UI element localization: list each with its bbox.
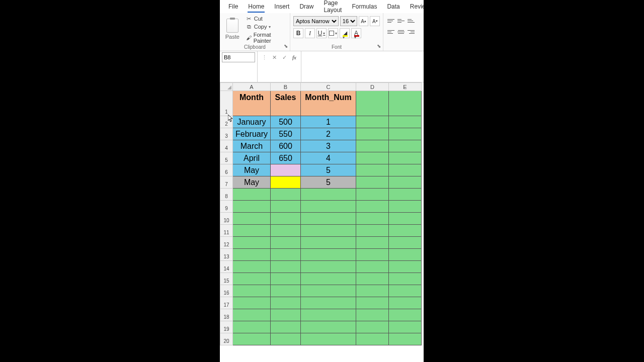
cell-E16[interactable] (389, 285, 422, 297)
cell-E2[interactable] (389, 116, 422, 128)
cell-D9[interactable] (356, 201, 389, 213)
cell-A4[interactable]: March (233, 140, 271, 152)
cell-D15[interactable] (356, 273, 389, 285)
cell-C11[interactable] (301, 225, 356, 237)
cell-A13[interactable] (233, 249, 271, 261)
column-header-A[interactable]: A (233, 83, 271, 91)
row-header-18[interactable]: 18 (220, 309, 233, 321)
cell-A9[interactable] (233, 201, 271, 213)
tab-home[interactable]: Home (244, 1, 269, 12)
tab-insert[interactable]: Insert (270, 1, 294, 12)
name-box[interactable] (222, 52, 255, 62)
clipboard-dialog-launcher[interactable]: ⬊ (283, 44, 289, 50)
cell-D14[interactable] (356, 261, 389, 273)
cell-B4[interactable]: 600 (271, 140, 301, 152)
cell-A14[interactable] (233, 261, 271, 273)
row-header-1[interactable]: 1 (220, 91, 233, 116)
cell-E7[interactable] (389, 176, 422, 189)
cell-D12[interactable] (356, 237, 389, 249)
cell-D3[interactable] (356, 128, 389, 140)
cell-E6[interactable] (389, 164, 422, 176)
align-right-button[interactable] (407, 27, 416, 36)
cut-button[interactable]: ✂ Cut (245, 15, 287, 22)
cell-B10[interactable] (271, 213, 301, 225)
cell-E14[interactable] (389, 261, 422, 273)
cell-C1[interactable]: Month_Num (301, 91, 356, 116)
formula-input[interactable] (301, 51, 424, 82)
row-header-6[interactable]: 6 (220, 164, 233, 176)
formula-options-icon[interactable]: ⋮ (260, 53, 269, 62)
bold-button[interactable]: B (293, 28, 303, 38)
font-color-button[interactable]: A (351, 28, 361, 38)
cell-A12[interactable] (233, 237, 271, 249)
row-header-10[interactable]: 10 (220, 213, 233, 225)
cell-B16[interactable] (271, 285, 301, 297)
cell-B5[interactable]: 650 (271, 152, 301, 164)
row-header-13[interactable]: 13 (220, 249, 233, 261)
cell-C15[interactable] (301, 273, 356, 285)
cell-C18[interactable] (301, 309, 356, 321)
row-header-7[interactable]: 7 (220, 176, 233, 189)
cell-A7[interactable]: May (233, 176, 271, 189)
cell-C19[interactable] (301, 321, 356, 333)
tab-file[interactable]: File (224, 1, 243, 12)
cell-C17[interactable] (301, 297, 356, 309)
cell-C12[interactable] (301, 237, 356, 249)
cell-B6[interactable] (271, 164, 301, 176)
format-painter-button[interactable]: 🖌 Format Painter (245, 31, 287, 44)
confirm-formula-button[interactable]: ✓ (280, 53, 289, 62)
cell-E9[interactable] (389, 201, 422, 213)
cell-D5[interactable] (356, 152, 389, 164)
cell-B9[interactable] (271, 201, 301, 213)
cell-E8[interactable] (389, 189, 422, 201)
cell-E4[interactable] (389, 140, 422, 152)
cell-B11[interactable] (271, 225, 301, 237)
align-left-button[interactable] (386, 27, 395, 36)
cell-B17[interactable] (271, 297, 301, 309)
tab-data[interactable]: Data (382, 1, 404, 12)
row-header-16[interactable]: 16 (220, 285, 233, 297)
fx-button[interactable]: fx (290, 53, 299, 62)
row-header-20[interactable]: 20 (220, 333, 233, 345)
tab-review[interactable]: Review (406, 1, 424, 12)
cell-A16[interactable] (233, 285, 271, 297)
cell-A6[interactable]: May (233, 164, 271, 176)
cell-E11[interactable] (389, 225, 422, 237)
cell-C9[interactable] (301, 201, 356, 213)
cancel-formula-button[interactable]: ✕ (270, 53, 279, 62)
cell-B12[interactable] (271, 237, 301, 249)
cell-E18[interactable] (389, 309, 422, 321)
cell-A20[interactable] (233, 333, 271, 345)
cell-C20[interactable] (301, 333, 356, 345)
row-header-9[interactable]: 9 (220, 201, 233, 213)
cell-E20[interactable] (389, 333, 422, 345)
cell-E10[interactable] (389, 213, 422, 225)
cell-B19[interactable] (271, 321, 301, 333)
cell-D11[interactable] (356, 225, 389, 237)
cell-D17[interactable] (356, 297, 389, 309)
row-header-2[interactable]: 2 (220, 116, 233, 128)
row-header-5[interactable]: 5 (220, 152, 233, 164)
cell-C6[interactable]: 5 (301, 164, 356, 176)
cell-A3[interactable]: February (233, 128, 271, 140)
cell-A18[interactable] (233, 309, 271, 321)
underline-button[interactable]: U (316, 28, 327, 38)
increase-font-button[interactable]: A▴ (359, 16, 369, 26)
cell-D7[interactable] (356, 176, 389, 189)
decrease-font-button[interactable]: A▾ (370, 16, 380, 26)
column-header-E[interactable]: E (389, 83, 422, 91)
cell-C5[interactable]: 4 (301, 152, 356, 164)
font-size-select[interactable]: 16 (340, 16, 357, 26)
cell-A8[interactable] (233, 189, 271, 201)
row-header-3[interactable]: 3 (220, 128, 233, 140)
align-top-button[interactable] (386, 16, 395, 25)
align-bottom-button[interactable] (407, 16, 416, 25)
select-all-corner[interactable] (220, 83, 233, 91)
cell-E13[interactable] (389, 249, 422, 261)
cell-C10[interactable] (301, 213, 356, 225)
align-center-button[interactable] (396, 27, 406, 36)
cell-B8[interactable] (271, 189, 301, 201)
font-dialog-launcher[interactable]: ⬊ (376, 44, 382, 50)
cell-D1[interactable] (356, 91, 389, 116)
cell-B3[interactable]: 550 (271, 128, 301, 140)
